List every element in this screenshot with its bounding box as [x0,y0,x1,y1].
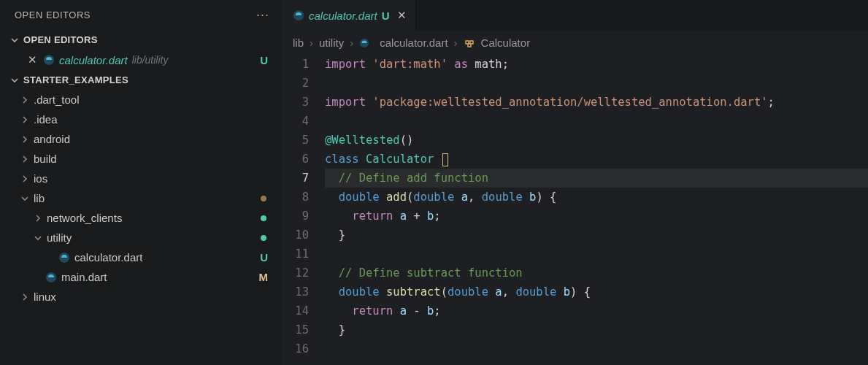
breadcrumb-seg[interactable]: Calculator [481,36,531,49]
chevron-right-icon [20,96,31,104]
open-editor-item[interactable]: ✕ calculator.dart lib/utility U [0,50,281,70]
tree-label: android [34,133,70,145]
line-number: 14 [281,301,309,320]
chevron-down-icon [20,194,31,203]
line-number: 8 [281,188,309,207]
tab-bar: calculator.dart U ✕ [281,0,868,31]
tree-folder[interactable]: network_clients [0,208,281,228]
breadcrumb-seg[interactable]: utility [319,36,344,49]
close-icon[interactable]: ✕ [28,53,37,66]
line-number: 7 [281,169,309,188]
line-number: 10 [281,226,309,245]
code-line[interactable]: import 'dart:math' as math; [325,55,868,74]
line-number: 1 [281,55,309,74]
project-section[interactable]: STARTER_EXAMPLES [0,70,281,90]
code-line[interactable]: @Welltested() [325,131,868,150]
dart-file-icon [45,272,57,283]
line-number: 16 [281,339,309,358]
open-editor-filename: calculator.dart [59,54,128,66]
tree-folder[interactable]: linux [0,287,281,307]
line-gutter: 12345678910111213141516 [281,55,325,358]
code-line[interactable]: } [325,320,868,339]
close-icon[interactable]: ✕ [397,9,407,22]
breadcrumb-seg[interactable]: lib [293,36,304,49]
code-line[interactable]: return a - b; [325,301,868,320]
code-line[interactable] [325,112,868,131]
tab-filename: calculator.dart [309,9,377,22]
editor-tab[interactable]: calculator.dart U ✕ [281,0,416,31]
tree-folder[interactable]: lib [0,188,281,208]
code-line[interactable] [325,245,868,264]
code-line[interactable]: import 'package:welltested_annotation/we… [325,93,868,112]
tree-folder[interactable]: ios [0,169,281,188]
tree-label: linux [34,291,56,303]
line-number: 5 [281,131,309,150]
tree-label: calculator.dart [74,251,142,264]
chevron-right-icon [20,155,31,164]
open-editor-path: lib/utility [132,54,169,66]
line-number: 11 [281,245,309,264]
code-line[interactable]: // Define subtract function [325,264,868,283]
tree-label: ios [34,172,47,185]
line-number: 6 [281,150,309,169]
chevron-right-icon: › [454,36,458,49]
code-line[interactable]: class Calculator [325,150,868,169]
sidebar-header: OPEN EDITORS ··· [0,0,281,30]
code-line[interactable] [325,339,868,358]
dart-file-icon [359,38,369,48]
tree-folder[interactable]: utility [0,228,281,247]
code-editor[interactable]: 12345678910111213141516 import 'dart:mat… [281,55,868,358]
more-icon[interactable]: ··· [256,7,269,23]
bracket-highlight [442,153,448,166]
code-line[interactable]: // Define add function [325,169,868,188]
open-editors-section[interactable]: OPEN EDITORS [0,30,281,50]
git-dot-icon [261,235,266,241]
line-number: 13 [281,283,309,301]
tree-label: .dart_tool [34,93,80,106]
code-content[interactable]: import 'dart:math' as math;import 'packa… [325,55,868,358]
breadcrumb[interactable]: lib › utility › calculator.dart › Calcul… [281,31,868,55]
chevron-down-icon [34,234,44,242]
git-dot-icon [261,215,266,221]
line-number: 9 [281,207,309,226]
chevron-down-icon [10,36,20,45]
sidebar-title: OPEN EDITORS [15,9,91,20]
code-line[interactable]: double subtract(double a, double b) { [325,283,868,301]
code-line[interactable]: double add(double a, double b) { [325,188,868,207]
tree-folder[interactable]: .idea [0,110,281,129]
line-number: 12 [281,264,309,283]
tree-label: utility [47,231,72,244]
chevron-right-icon [34,214,44,223]
code-line[interactable]: } [325,226,868,245]
tree-file[interactable]: calculator.dartU [0,247,281,267]
dart-file-icon [58,252,70,264]
editor-area: calculator.dart U ✕ lib › utility › calc… [281,0,868,365]
tree-label: main.dart [61,271,107,283]
file-tree: .dart_tool.ideaandroidbuildioslibnetwork… [0,90,281,307]
tree-folder[interactable]: .dart_tool [0,90,281,110]
open-editors-title: OPEN EDITORS [23,34,98,45]
git-status-badge: M [259,271,269,283]
chevron-right-icon [20,135,31,144]
tree-label: .idea [34,113,58,126]
chevron-right-icon [20,293,31,301]
git-status-badge: U [382,9,390,22]
code-line[interactable]: return a + b; [325,207,868,226]
dart-file-icon [293,9,304,21]
git-status-badge: U [260,54,268,66]
code-line[interactable] [325,74,868,93]
line-number: 3 [281,93,309,112]
tree-folder[interactable]: build [0,149,281,169]
class-symbol-icon [464,37,475,49]
line-number: 4 [281,112,309,131]
tree-folder[interactable]: android [0,129,281,149]
dart-file-icon [43,54,55,66]
tree-file[interactable]: main.dartM [0,267,281,287]
tree-label: lib [34,192,45,204]
breadcrumb-seg[interactable]: calculator.dart [380,36,448,49]
chevron-down-icon [10,76,20,85]
chevron-right-icon [20,115,31,124]
line-number: 15 [281,320,309,339]
tree-label: build [34,153,57,165]
line-number: 2 [281,74,309,93]
